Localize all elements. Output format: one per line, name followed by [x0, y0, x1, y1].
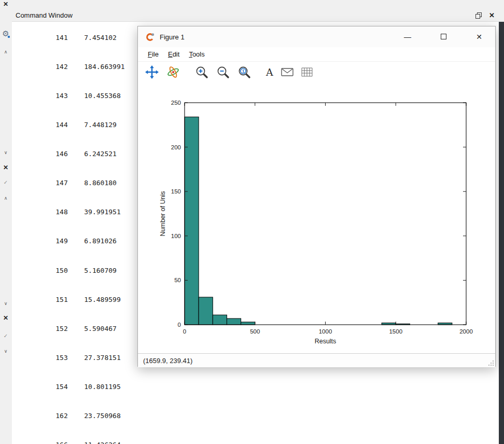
- close-icon[interactable]: ✕: [1, 164, 10, 171]
- result-value: 11.426264: [84, 441, 120, 444]
- plot-canvas[interactable]: 0501001502002500500100015002000ResultsNu…: [138, 82, 495, 353]
- svg-text:100: 100: [171, 233, 181, 239]
- result-index: 148: [55, 207, 84, 217]
- svg-text:Number of Unis: Number of Unis: [159, 191, 166, 237]
- result-index: 152: [55, 324, 84, 334]
- svg-text:0: 0: [183, 328, 186, 335]
- maximize-icon: [441, 34, 446, 39]
- result-value: 27.378151: [84, 354, 120, 362]
- result-value: 8.860180: [84, 179, 117, 187]
- svg-text:2000: 2000: [459, 328, 473, 335]
- rotate-button[interactable]: [165, 64, 181, 80]
- output-line: 16223.750968: [15, 401, 499, 431]
- left-dock-rail: ✕ ⚙ ∧ ∨ ✕ ✓ ∧ ∨ ✕ ✓ ∨: [0, 0, 12, 444]
- scroll-up-icon[interactable]: ∧: [1, 49, 10, 54]
- close-icon[interactable]: ✕: [1, 1, 10, 8]
- svg-text:200: 200: [171, 144, 181, 150]
- figure-window: Figure 1 — ✕ File Edit Tools: [137, 26, 496, 367]
- pan-icon: [145, 65, 159, 79]
- close-button[interactable]: ✕: [471, 33, 487, 41]
- svg-text:150: 150: [171, 188, 181, 195]
- octave-main-window: ✕ ⚙ ∧ ∨ ✕ ✓ ∧ ∨ ✕ ✓ ∨ Command Window ✕: [0, 0, 504, 444]
- cursor-position: (1659.9, 239.41): [143, 357, 192, 365]
- zoom-in-button[interactable]: [194, 64, 209, 80]
- zoom-in-icon: [195, 65, 208, 79]
- result-index: 162: [55, 411, 84, 421]
- result-index: 143: [55, 91, 84, 101]
- octave-logo-icon: [145, 32, 155, 42]
- zoom-reset-button[interactable]: 1: [236, 64, 252, 80]
- gear-icon[interactable]: ⚙: [1, 29, 10, 38]
- result-index: 144: [55, 120, 84, 130]
- check-icon[interactable]: ✓: [1, 333, 10, 339]
- figure-statusbar: (1659.9, 239.41): [138, 353, 495, 367]
- undock-icon: [475, 12, 482, 19]
- result-index: 151: [55, 295, 84, 305]
- pan-button[interactable]: [144, 64, 160, 80]
- maximize-button[interactable]: [436, 33, 451, 41]
- text-tool-icon: A: [266, 67, 273, 77]
- scroll-down-icon[interactable]: ∨: [1, 301, 10, 306]
- scroll-up-icon[interactable]: ∧: [1, 196, 10, 201]
- rotate-icon: [166, 65, 180, 79]
- result-value: 10.455368: [84, 92, 120, 100]
- svg-text:1500: 1500: [389, 328, 402, 335]
- svg-text:500: 500: [250, 328, 260, 335]
- figure-toolbar: 1 A: [138, 62, 495, 82]
- envelope-icon: [281, 67, 293, 77]
- svg-text:0: 0: [178, 322, 181, 328]
- command-window-header: Command Window ✕: [0, 9, 499, 22]
- check-icon[interactable]: ✓: [1, 179, 10, 185]
- menu-item[interactable]: File: [143, 48, 163, 60]
- result-value: 6.242521: [84, 150, 117, 158]
- figure-titlebar[interactable]: Figure 1 — ✕: [138, 26, 495, 47]
- result-value: 7.454102: [84, 34, 117, 41]
- result-value: 5.160709: [84, 267, 117, 274]
- result-index: 146: [55, 149, 84, 159]
- result-value: 23.750968: [84, 412, 120, 420]
- panel-title: Command Window: [16, 11, 73, 19]
- scroll-down-icon[interactable]: ∨: [1, 349, 10, 354]
- figure-title: Figure 1: [160, 33, 185, 41]
- result-index: 147: [55, 178, 84, 188]
- minimize-button[interactable]: —: [400, 33, 415, 41]
- result-index: 153: [55, 353, 84, 363]
- svg-text:250: 250: [171, 100, 181, 106]
- result-value: 6.891026: [84, 237, 117, 245]
- resize-grip[interactable]: [488, 360, 495, 367]
- zoom-out-icon: [216, 65, 230, 79]
- result-index: 154: [55, 382, 84, 392]
- output-line: 16611.426264: [15, 431, 499, 444]
- figure-menubar: File Edit Tools: [138, 47, 495, 62]
- result-value: 10.801195: [84, 383, 120, 391]
- zoom-out-button[interactable]: [215, 64, 231, 80]
- result-index: 150: [55, 266, 84, 276]
- gear-accent-dot: [8, 36, 10, 38]
- menu-item[interactable]: Tools: [184, 48, 209, 60]
- svg-text:Results: Results: [315, 338, 337, 345]
- scroll-down-icon[interactable]: ∨: [1, 150, 10, 155]
- text-annotation-button[interactable]: A: [265, 66, 274, 78]
- svg-text:1000: 1000: [319, 328, 332, 335]
- menu-item[interactable]: Edit: [163, 48, 184, 60]
- right-panel-edge[interactable]: [499, 22, 504, 444]
- undock-button[interactable]: [475, 12, 482, 19]
- zoom-reset-icon: 1: [237, 65, 251, 79]
- svg-text:50: 50: [174, 277, 181, 283]
- result-index: 141: [55, 33, 84, 43]
- close-button[interactable]: ✕: [489, 11, 495, 19]
- result-value: 184.663991: [84, 63, 124, 71]
- result-index: 142: [55, 62, 84, 72]
- svg-text:1: 1: [242, 68, 245, 74]
- result-value: 5.590467: [84, 325, 117, 332]
- result-value: 15.489599: [84, 296, 120, 303]
- grid-toggle-button[interactable]: [300, 66, 314, 78]
- close-icon[interactable]: ✕: [1, 314, 10, 322]
- insert-axes-button[interactable]: [280, 66, 295, 78]
- result-value: 39.991951: [84, 208, 120, 216]
- result-index: 166: [55, 440, 84, 444]
- result-index: 149: [55, 237, 84, 246]
- output-line: 15410.801195: [15, 372, 499, 401]
- histogram-plot[interactable]: 0501001502002500500100015002000ResultsNu…: [138, 82, 495, 353]
- grid-icon: [301, 67, 313, 77]
